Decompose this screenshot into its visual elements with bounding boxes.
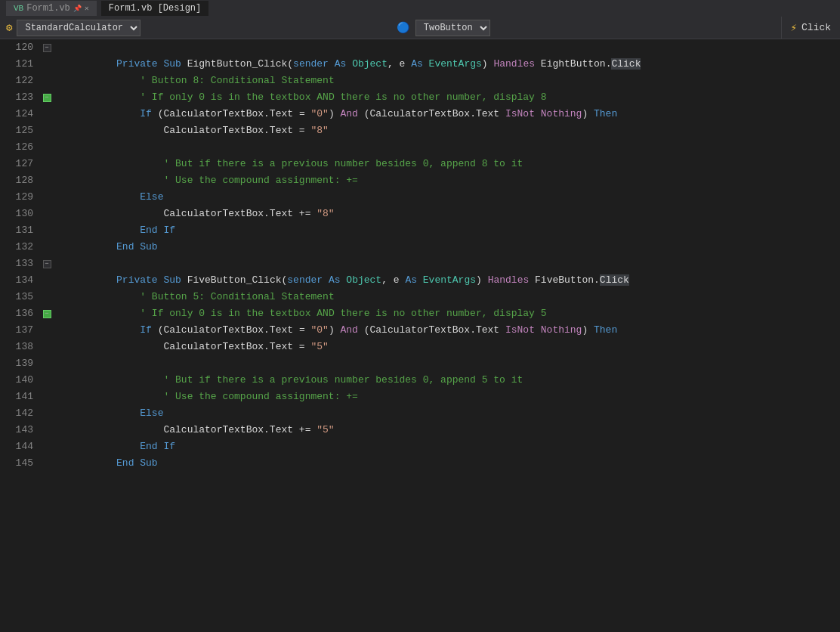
code-line-120: Private Sub EightButton_Click(sender As … xyxy=(57,39,840,56)
line-numbers: 120 121 122 123 124 125 126 127 128 129 … xyxy=(0,39,39,632)
line-num-124: 124 xyxy=(0,106,39,122)
gutter-129 xyxy=(39,189,54,206)
gutter: − − − − xyxy=(39,39,54,632)
code-line-145 xyxy=(57,455,840,472)
tab-close-icon[interactable]: ✕ xyxy=(85,4,89,13)
line-num-134: 134 xyxy=(0,272,39,289)
gutter-123[interactable]: − xyxy=(39,89,54,106)
line-num-130: 130 xyxy=(0,206,39,222)
gutter-125 xyxy=(39,122,54,139)
gutter-136[interactable]: − xyxy=(39,305,54,322)
code-line-139: ' But if there is a previous number besi… xyxy=(57,355,840,372)
class-dropdown[interactable]: StandardCalculator xyxy=(17,20,141,36)
gutter-127 xyxy=(39,156,54,172)
line-num-128: 128 xyxy=(0,172,39,189)
code-line-126: ' But if there is a previous number besi… xyxy=(57,139,840,156)
gutter-142 xyxy=(39,405,54,422)
line-num-143: 143 xyxy=(0,422,39,438)
gutter-140 xyxy=(39,372,54,389)
gutter-145 xyxy=(39,455,54,472)
class-icon: ⚙ xyxy=(6,21,12,34)
click-label: Click xyxy=(801,22,831,33)
toolbar-right: ⚡ Click xyxy=(781,17,840,39)
line-num-137: 137 xyxy=(0,322,39,339)
line-num-136: 136 xyxy=(0,305,39,322)
line-num-120: 120 xyxy=(0,39,39,56)
gutter-122 xyxy=(39,73,54,89)
gutter-144 xyxy=(39,438,54,455)
line-num-123: 123 xyxy=(0,89,39,106)
collapse-120[interactable]: − xyxy=(43,44,51,52)
line-num-126: 126 xyxy=(0,139,39,156)
line-num-131: 131 xyxy=(0,222,39,239)
lightning-icon: ⚡ xyxy=(791,21,797,34)
collapse-123[interactable]: − xyxy=(43,94,51,102)
code-area: 120 121 122 123 124 125 126 127 128 129 … xyxy=(0,39,840,632)
gutter-120[interactable]: − xyxy=(39,39,54,56)
gutter-121 xyxy=(39,56,54,73)
gutter-124 xyxy=(39,106,54,122)
line-num-145: 145 xyxy=(0,455,39,472)
code-line-129: CalculatorTextBox.Text += "8" xyxy=(57,189,840,206)
gutter-143 xyxy=(39,422,54,438)
collapse-133[interactable]: − xyxy=(43,260,51,268)
gutter-131 xyxy=(39,222,54,239)
line-num-140: 140 xyxy=(0,372,39,389)
line-num-122: 122 xyxy=(0,73,39,89)
gutter-130 xyxy=(39,206,54,222)
line-num-133: 133 xyxy=(0,256,39,272)
gutter-126 xyxy=(39,139,54,156)
tab-form1-design[interactable]: Form1.vb [Design] xyxy=(101,1,208,16)
line-num-138: 138 xyxy=(0,339,39,355)
gutter-128 xyxy=(39,172,54,189)
gutter-132 xyxy=(39,239,54,256)
code-lines[interactable]: Private Sub EightButton_Click(sender As … xyxy=(54,39,840,632)
gutter-138 xyxy=(39,339,54,355)
line-num-125: 125 xyxy=(0,122,39,139)
line-num-132: 132 xyxy=(0,239,39,256)
method-dropdown[interactable]: TwoButton xyxy=(415,20,490,36)
gutter-137 xyxy=(39,322,54,339)
gutter-139 xyxy=(39,355,54,372)
tab2-label: Form1.vb [Design] xyxy=(109,3,201,14)
gutter-133[interactable]: − xyxy=(39,256,54,272)
code-line-133: Private Sub FiveButton_Click(sender As O… xyxy=(57,256,840,272)
toolbar: ⚙ StandardCalculator 🔵 TwoButton ⚡ Click xyxy=(0,17,840,39)
line-num-139: 139 xyxy=(0,355,39,372)
collapse-136[interactable]: − xyxy=(43,310,51,318)
line-num-144: 144 xyxy=(0,438,39,455)
code-line-142: CalculatorTextBox.Text += "5" xyxy=(57,405,840,422)
line-num-127: 127 xyxy=(0,156,39,172)
object-icon: 🔵 xyxy=(397,21,409,34)
title-bar: VB Form1.vb 📌 ✕ Form1.vb [Design] xyxy=(0,0,840,17)
code-line-132 xyxy=(57,239,840,256)
tab-pin-icon[interactable]: 📌 xyxy=(73,5,82,13)
file-icon: VB xyxy=(14,4,23,13)
tab-form1-vb[interactable]: VB Form1.vb 📌 ✕ xyxy=(6,1,97,16)
line-num-141: 141 xyxy=(0,389,39,405)
line-num-121: 121 xyxy=(0,56,39,73)
toolbar-left: ⚙ StandardCalculator xyxy=(0,17,391,39)
toolbar-middle: 🔵 TwoButton xyxy=(391,17,781,39)
tab1-label: Form1.vb xyxy=(26,3,70,14)
gutter-141 xyxy=(39,389,54,405)
gutter-134 xyxy=(39,272,54,289)
line-num-135: 135 xyxy=(0,289,39,305)
line-num-142: 142 xyxy=(0,405,39,422)
gutter-135 xyxy=(39,289,54,305)
line-num-129: 129 xyxy=(0,189,39,206)
